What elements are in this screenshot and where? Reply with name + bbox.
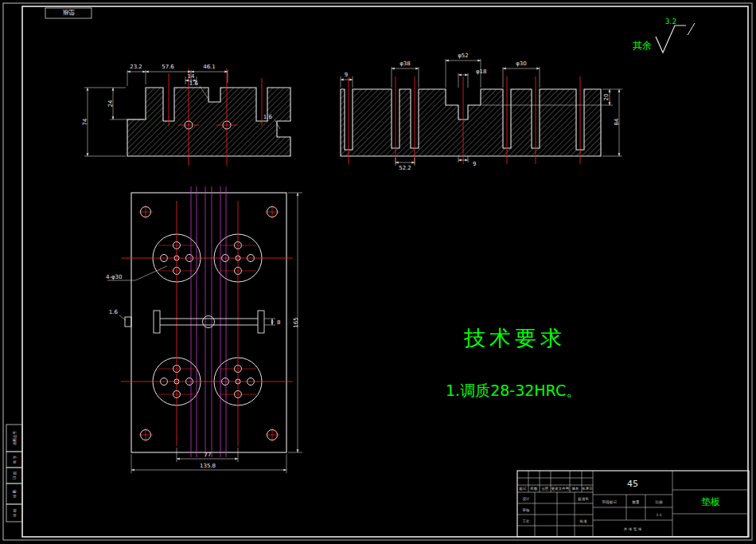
tech-req-title: 技术要求 (464, 326, 566, 350)
plan-view: 4-φ30 8 1.6 77 135.8 165 (106, 186, 302, 473)
margin-box-label: 描 图 (13, 490, 17, 499)
sign-label: 设计 (523, 496, 531, 501)
dim-label: 8 (277, 319, 280, 326)
corner-holes (141, 207, 278, 440)
dim-label: φ38 (399, 61, 411, 67)
corner-code-label: 垫板 (62, 9, 75, 16)
dim-label: 9 (345, 72, 348, 78)
material-label: 45 (627, 479, 638, 489)
drawing-frame: 垫板 (3, 3, 752, 540)
dim-label: φ30 (516, 61, 527, 67)
qty-label: 数量 (633, 500, 641, 504)
dim-label: 46.1 (203, 64, 216, 70)
roughness-symbol-icon (656, 25, 686, 53)
surface-finish-note: 其余 3.2 (633, 18, 695, 53)
margin-info-boxes: 底图总号 签 字 日 期 描 图 描 校 (6, 425, 22, 522)
margin-box-label: 日 期 (13, 471, 17, 479)
sign-label: 审核 (523, 508, 531, 512)
tech-req-item: 1.调质28-32HRC。 (446, 382, 581, 399)
dim-label: 20 (603, 94, 610, 101)
main-centerlines (121, 201, 293, 446)
sign-label: 工艺 (523, 519, 531, 523)
scale-label: 比例 (656, 500, 664, 505)
dim-label: 14 (188, 73, 195, 80)
dim-label: 1.6 (189, 80, 199, 87)
rev-header: 更改文件号 (551, 486, 570, 491)
dim-label: 1.6 (263, 114, 273, 120)
dim-label: 23.2 (130, 64, 142, 70)
dimension-lines (107, 193, 302, 473)
cad-canvas: 垫板 底图总号 签 字 日 期 描 图 描 校 其余 3.2 (0, 0, 756, 544)
part-name-label: 垫板 (701, 496, 720, 507)
dim-label: 135.8 (200, 463, 216, 469)
bolt-circle-groups (153, 234, 262, 405)
surface-prefix-label: 其余 (633, 40, 652, 51)
margin-box-label: 签 字 (13, 455, 17, 464)
dim-label: 165 (293, 317, 299, 327)
sign-label: 标准化 (577, 496, 589, 502)
dim-label: 84 (614, 118, 620, 125)
runner-channel (125, 311, 264, 333)
section-view-side: φ38 φ52 φ18 φ30 9 20 84 52.2 9 (341, 53, 622, 171)
rev-header: 分区 (542, 486, 550, 491)
section-view-front: 23.2 57.6 46.1 14 1.6 1.6 74 24 (82, 64, 290, 166)
dim-label: 9 (473, 161, 476, 167)
surface-roughness-value: 3.2 (665, 18, 676, 25)
dim-label: 74 (82, 118, 88, 125)
projection-lines (191, 186, 226, 457)
dim-label: 52.2 (399, 165, 411, 171)
title-block: 标记 处数 分区 更改文件号 签名 年月日 设计 标准化 审核 工艺 批准 45… (517, 471, 749, 537)
margin-box-label: 底图总号 (13, 431, 17, 446)
bolt-hole-centerlines (158, 245, 256, 394)
sheets-label: 共 张 第 张 (624, 527, 642, 531)
dim-label: 57.6 (162, 64, 174, 70)
dim-label: 4-φ30 (106, 274, 123, 280)
rev-header: 年月日 (582, 487, 593, 491)
stage-label: 阶段标记 (602, 499, 618, 505)
cad-drawing: 垫板 底图总号 签 字 日 期 描 图 描 校 其余 3.2 (0, 0, 756, 544)
rev-header: 签名 (572, 487, 579, 491)
margin-box-label: 描 校 (13, 508, 17, 518)
dim-label: φ18 (476, 68, 487, 75)
rev-header: 处数 (531, 486, 539, 491)
dim-label: 1.6 (109, 309, 119, 315)
dim-label: 77 (205, 452, 212, 458)
scale-value: 1:1 (656, 513, 661, 517)
tech-requirements: 技术要求 1.调质28-32HRC。 (446, 326, 581, 399)
rev-header: 标记 (519, 486, 528, 491)
dim-label: 24 (107, 100, 114, 107)
dim-label: φ52 (458, 53, 469, 59)
sign-label: 批准 (579, 519, 588, 523)
